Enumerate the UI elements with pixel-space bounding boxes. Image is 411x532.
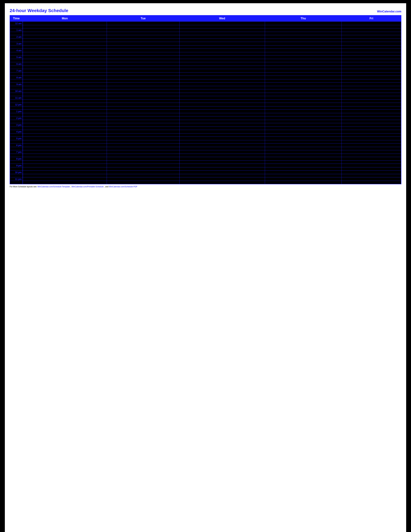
- schedule-cell[interactable]: [179, 181, 265, 184]
- schedule-cell[interactable]: [179, 22, 265, 25]
- schedule-cell[interactable]: [23, 137, 107, 140]
- schedule-cell[interactable]: [107, 130, 179, 133]
- schedule-cell[interactable]: [342, 171, 401, 174]
- schedule-cell[interactable]: [342, 127, 401, 130]
- schedule-cell[interactable]: [179, 28, 265, 32]
- schedule-cell[interactable]: [265, 164, 342, 167]
- schedule-cell[interactable]: [265, 83, 342, 86]
- schedule-cell[interactable]: [107, 22, 179, 25]
- schedule-cell[interactable]: [265, 56, 342, 59]
- schedule-cell[interactable]: [265, 39, 342, 42]
- schedule-cell[interactable]: [179, 147, 265, 150]
- schedule-cell[interactable]: [179, 137, 265, 140]
- schedule-cell[interactable]: [107, 123, 179, 127]
- schedule-cell[interactable]: [23, 157, 107, 161]
- schedule-cell[interactable]: [342, 79, 401, 83]
- schedule-cell[interactable]: [265, 140, 342, 143]
- schedule-cell[interactable]: [342, 28, 401, 32]
- schedule-cell[interactable]: [342, 100, 401, 103]
- schedule-cell[interactable]: [179, 113, 265, 116]
- schedule-cell[interactable]: [342, 96, 401, 100]
- schedule-cell[interactable]: [179, 130, 265, 133]
- schedule-cell[interactable]: [265, 116, 342, 120]
- schedule-cell[interactable]: [107, 127, 179, 130]
- schedule-cell[interactable]: [342, 167, 401, 171]
- schedule-cell[interactable]: [23, 154, 107, 157]
- schedule-cell[interactable]: [342, 120, 401, 123]
- schedule-cell[interactable]: [265, 110, 342, 113]
- schedule-cell[interactable]: [179, 106, 265, 110]
- schedule-cell[interactable]: [23, 52, 107, 56]
- schedule-cell[interactable]: [342, 35, 401, 39]
- schedule-cell[interactable]: [107, 93, 179, 96]
- schedule-cell[interactable]: [265, 177, 342, 181]
- schedule-cell[interactable]: [342, 137, 401, 140]
- schedule-cell[interactable]: [23, 120, 107, 123]
- schedule-cell[interactable]: [179, 76, 265, 79]
- schedule-cell[interactable]: [23, 106, 107, 110]
- schedule-cell[interactable]: [342, 140, 401, 143]
- schedule-cell[interactable]: [107, 181, 179, 184]
- schedule-cell[interactable]: [23, 86, 107, 89]
- schedule-cell[interactable]: [107, 96, 179, 100]
- schedule-cell[interactable]: [23, 39, 107, 42]
- schedule-cell[interactable]: [342, 93, 401, 96]
- schedule-cell[interactable]: [342, 110, 401, 113]
- schedule-cell[interactable]: [23, 110, 107, 113]
- schedule-cell[interactable]: [265, 93, 342, 96]
- schedule-cell[interactable]: [23, 42, 107, 46]
- schedule-cell[interactable]: [265, 69, 342, 73]
- schedule-cell[interactable]: [265, 42, 342, 46]
- schedule-cell[interactable]: [179, 62, 265, 66]
- schedule-cell[interactable]: [107, 137, 179, 140]
- schedule-cell[interactable]: [107, 39, 179, 42]
- schedule-cell[interactable]: [265, 161, 342, 164]
- schedule-cell[interactable]: [265, 46, 342, 49]
- schedule-cell[interactable]: [23, 73, 107, 76]
- schedule-cell[interactable]: [179, 157, 265, 161]
- schedule-cell[interactable]: [342, 83, 401, 86]
- schedule-cell[interactable]: [107, 103, 179, 106]
- schedule-cell[interactable]: [107, 133, 179, 137]
- schedule-cell[interactable]: [342, 116, 401, 120]
- schedule-cell[interactable]: [107, 62, 179, 66]
- schedule-cell[interactable]: [342, 46, 401, 49]
- schedule-cell[interactable]: [179, 103, 265, 106]
- schedule-cell[interactable]: [23, 93, 107, 96]
- schedule-cell[interactable]: [342, 147, 401, 150]
- schedule-cell[interactable]: [107, 66, 179, 69]
- schedule-cell[interactable]: [179, 35, 265, 39]
- schedule-cell[interactable]: [23, 164, 107, 167]
- schedule-cell[interactable]: [342, 86, 401, 89]
- schedule-cell[interactable]: [107, 171, 179, 174]
- schedule-cell[interactable]: [179, 69, 265, 73]
- schedule-cell[interactable]: [23, 66, 107, 69]
- schedule-cell[interactable]: [23, 28, 107, 32]
- schedule-cell[interactable]: [179, 167, 265, 171]
- schedule-cell[interactable]: [179, 116, 265, 120]
- schedule-cell[interactable]: [23, 83, 107, 86]
- schedule-cell[interactable]: [342, 164, 401, 167]
- schedule-cell[interactable]: [342, 32, 401, 35]
- schedule-cell[interactable]: [342, 181, 401, 184]
- schedule-cell[interactable]: [23, 22, 107, 25]
- schedule-cell[interactable]: [107, 42, 179, 46]
- schedule-cell[interactable]: [107, 49, 179, 52]
- schedule-cell[interactable]: [265, 167, 342, 171]
- schedule-cell[interactable]: [179, 83, 265, 86]
- schedule-cell[interactable]: [179, 133, 265, 137]
- schedule-cell[interactable]: [265, 62, 342, 66]
- schedule-cell[interactable]: [179, 164, 265, 167]
- schedule-cell[interactable]: [107, 143, 179, 147]
- schedule-cell[interactable]: [179, 56, 265, 59]
- footer-link-2[interactable]: WinCalendar.com/Printable-Schedule: [72, 186, 104, 188]
- schedule-cell[interactable]: [342, 59, 401, 62]
- schedule-cell[interactable]: [179, 89, 265, 93]
- schedule-cell[interactable]: [107, 32, 179, 35]
- schedule-cell[interactable]: [107, 59, 179, 62]
- schedule-cell[interactable]: [107, 25, 179, 28]
- schedule-cell[interactable]: [179, 143, 265, 147]
- schedule-cell[interactable]: [107, 161, 179, 164]
- schedule-cell[interactable]: [107, 140, 179, 143]
- schedule-cell[interactable]: [265, 35, 342, 39]
